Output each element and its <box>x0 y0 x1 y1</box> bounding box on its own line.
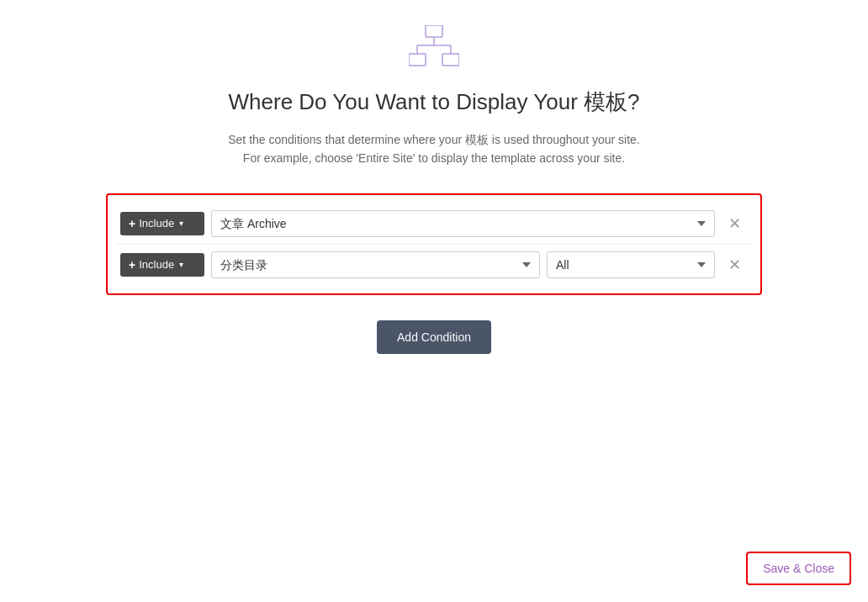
include-button-2[interactable]: + Include ▾ <box>120 253 204 277</box>
plus-icon-2: + <box>129 258 135 272</box>
description-line1: Set the conditions that determine where … <box>228 133 640 146</box>
svg-rect-5 <box>409 54 426 66</box>
condition-type-select-2[interactable]: 分类目录 <box>211 251 540 278</box>
org-chart-icon-container <box>409 25 459 71</box>
chevron-icon-1: ▾ <box>179 219 183 228</box>
condition-row-1: + Include ▾ 文章 Archive ✕ <box>116 203 752 244</box>
svg-rect-0 <box>426 25 442 37</box>
include-button-1[interactable]: + Include ▾ <box>120 212 204 235</box>
svg-rect-6 <box>442 54 459 66</box>
condition-sub-select-2[interactable]: All <box>547 251 715 278</box>
condition-type-select-1[interactable]: 文章 Archive <box>211 210 715 237</box>
description-line2: For example, choose 'Entire Site' to dis… <box>243 151 625 165</box>
save-close-button[interactable]: Save & Close <box>746 552 851 585</box>
org-chart-icon <box>409 25 459 67</box>
remove-button-2[interactable]: ✕ <box>722 254 748 276</box>
plus-icon-1: + <box>129 217 135 230</box>
include-label-2: Include <box>139 258 174 271</box>
page-title: Where Do You Want to Display Your 模板? <box>229 87 640 117</box>
include-label-1: Include <box>139 217 174 230</box>
condition-row-2: + Include ▾ 分类目录 All ✕ <box>116 244 752 285</box>
page-description: Set the conditions that determine where … <box>228 130 640 168</box>
remove-button-1[interactable]: ✕ <box>722 213 748 235</box>
add-condition-button[interactable]: Add Condition <box>377 320 491 354</box>
conditions-container: + Include ▾ 文章 Archive ✕ + Include ▾ 分类目… <box>106 193 762 295</box>
page-container: Where Do You Want to Display Your 模板? Se… <box>0 0 868 379</box>
chevron-icon-2: ▾ <box>179 260 183 269</box>
